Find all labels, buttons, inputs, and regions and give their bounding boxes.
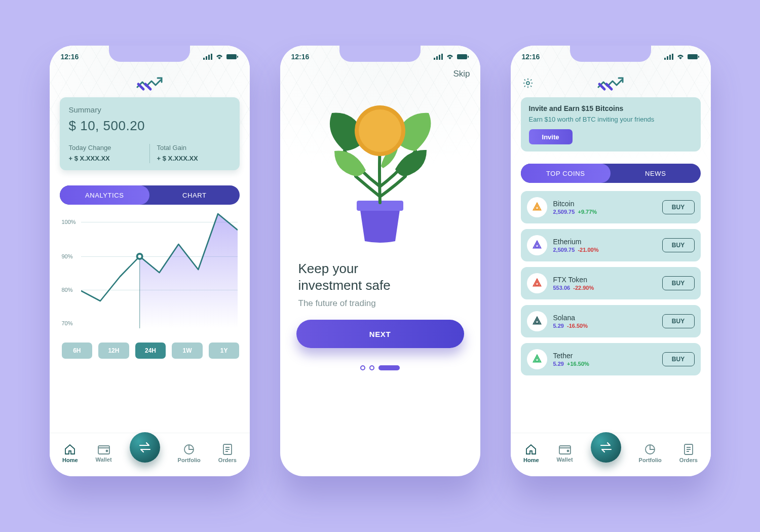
wifi-icon [446,54,454,60]
total-gain-value: + $ X.XXX.XX [157,155,231,162]
range-24h[interactable]: 24H [135,343,166,359]
today-change-label: Today Change [69,144,142,151]
gear-icon [522,78,534,89]
tab-news[interactable]: NEWS [611,164,701,183]
coin-meta: 2,509.75 -21.00% [553,247,656,253]
market-screen: 12:16 Invite and Earn $15 Bitcoins [511,46,711,476]
coin-row[interactable]: Bitcoin 2,509.75 +9.77% BUY [521,191,701,223]
coin-meta: 5.29 +16.50% [553,361,656,367]
range-12h[interactable]: 12H [98,343,129,359]
svg-rect-23 [667,56,668,60]
next-button[interactable]: NEXT [296,320,464,348]
coin-delta: +16.50% [567,361,589,367]
coin-delta: -21.00% [578,247,598,253]
device-notch [339,46,421,62]
coin-icon [527,311,547,331]
svg-point-10 [106,450,107,452]
market-tabs: TOP COINS NEWS [521,164,701,183]
performance-chart: 100% 90% 80% 70% [62,210,240,339]
page-dot[interactable] [369,365,374,370]
coin-icon [527,235,547,255]
coin-price: 5.29 [553,323,564,329]
svg-rect-4 [226,54,237,59]
coin-name: Solana [553,314,656,322]
chart-tick-80: 80% [62,287,73,293]
device-notch [109,46,190,62]
cellular-icon [664,54,673,60]
svg-rect-24 [669,55,671,60]
swap-icon [599,442,613,453]
coin-name: Etherium [553,238,656,246]
battery-icon [457,54,469,60]
nav-swap-button[interactable] [591,432,621,463]
svg-rect-3 [211,54,212,60]
page-dot-current [378,365,400,370]
nav-home[interactable]: Home [62,443,78,463]
range-1y[interactable]: 1Y [209,343,240,359]
coin-name: Tether [553,352,656,360]
coin-icon [527,273,547,293]
swap-icon [138,442,152,453]
home-icon [525,443,537,455]
wifi-icon [215,54,223,60]
cellular-icon [203,54,212,60]
coin-row[interactable]: FTX Token 553.06 -22.90% BUY [521,267,701,299]
buy-button[interactable]: BUY [662,276,695,290]
svg-point-21 [359,109,401,152]
coin-delta: -22.90% [573,285,594,291]
svg-rect-15 [439,55,440,60]
nav-wallet[interactable]: Wallet [96,444,112,463]
app-logo [60,76,240,93]
chart-tick-90: 90% [62,253,73,259]
tab-analytics[interactable]: ANALYTICS [60,185,150,205]
svg-rect-18 [468,56,469,58]
buy-button[interactable]: BUY [662,200,695,214]
today-change-value: + $ X.XXX.XX [69,155,142,162]
coin-info: Bitcoin 2,509.75 +9.77% [553,200,656,215]
coin-name: FTX Token [553,276,656,284]
coin-row[interactable]: Etherium 2,509.75 -21.00% BUY [521,229,701,261]
coin-meta: 5.29 -16.50% [553,323,656,329]
coin-row[interactable]: Tether 5.29 +16.50% BUY [521,343,701,375]
tab-top-coins[interactable]: TOP COINS [521,164,611,183]
svg-rect-9 [98,446,109,454]
svg-point-28 [526,82,529,85]
coin-price: 2,509.75 [553,247,575,253]
nav-orders[interactable]: Orders [679,443,698,463]
piechart-icon [183,443,195,455]
range-6h[interactable]: 6H [62,343,93,359]
range-1w[interactable]: 1W [172,343,203,359]
buy-button[interactable]: BUY [662,314,695,328]
bottom-nav: Home Wallet Portfolio Orders [511,433,711,476]
summary-card: Summary $ 10, 500.20 Today Change + $ X.… [60,97,240,170]
battery-icon [226,54,239,60]
status-time: 12:16 [61,53,79,61]
coin-delta: +9.77% [578,209,597,215]
coin-name: Bitcoin [553,200,656,208]
svg-rect-27 [698,56,699,58]
wallet-icon [97,444,110,455]
buy-button[interactable]: BUY [662,238,695,252]
nav-portfolio[interactable]: Portfolio [639,443,662,463]
skip-button[interactable]: Skip [290,69,470,79]
nav-swap-button[interactable] [130,432,160,463]
page-dot[interactable] [360,365,365,370]
nav-portfolio[interactable]: Portfolio [178,443,201,463]
settings-button[interactable] [521,76,535,90]
piechart-icon [644,443,656,455]
coin-info: Tether 5.29 +16.50% [553,352,656,367]
nav-home[interactable]: Home [523,443,539,463]
invite-button[interactable]: Invite [529,129,573,144]
svg-rect-29 [559,446,571,454]
nav-wallet[interactable]: Wallet [557,444,573,463]
coin-row[interactable]: Solana 5.29 -16.50% BUY [521,305,701,337]
range-selector: 6H 12H 24H 1W 1Y [62,343,240,359]
svg-rect-25 [672,54,673,60]
nav-orders[interactable]: Orders [218,443,237,463]
coin-meta: 553.06 -22.90% [553,285,656,291]
coin-info: FTX Token 553.06 -22.90% [553,276,656,291]
svg-point-30 [567,450,568,452]
buy-button[interactable]: BUY [662,352,695,366]
tab-chart[interactable]: CHART [149,185,240,205]
svg-rect-26 [688,54,698,59]
